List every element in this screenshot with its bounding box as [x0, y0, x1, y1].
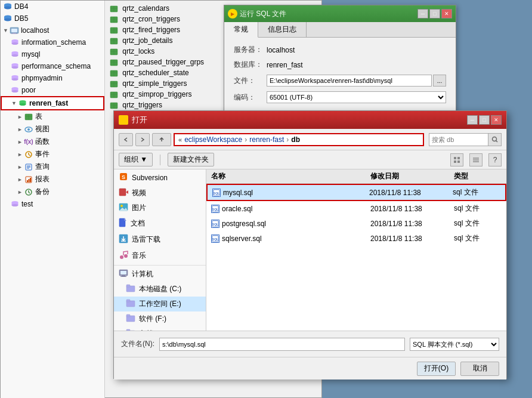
nav-back-btn[interactable] [119, 133, 133, 146]
left-panel-drive-f[interactable]: 软件 (F:) [114, 311, 206, 326]
sql-dialog-title: 运行 SQL 文件 [240, 9, 286, 19]
tree-item-phpmyadmin[interactable]: phpmyadmin [1, 72, 104, 84]
left-panel-images[interactable]: 图片 [114, 200, 206, 215]
breadcrumb-db[interactable]: db [291, 135, 300, 144]
header-date[interactable]: 修改日期 [370, 171, 454, 181]
left-panel-docs[interactable]: 文档 [114, 215, 206, 232]
view-btn-details[interactable] [469, 153, 482, 166]
sql-browse-btn[interactable]: ... [433, 75, 446, 87]
sql-tab-log[interactable]: 信息日志 [258, 22, 307, 37]
view-btn-list[interactable] [450, 153, 463, 166]
sql-dialog-minimize[interactable]: ─ [417, 9, 428, 18]
sql-tab-general[interactable]: 常规 [224, 22, 258, 38]
tree-item-db4[interactable]: DB4 [1, 1, 104, 13]
views-label: 视图 [35, 124, 50, 134]
open-dialog-close[interactable]: ✕ [491, 115, 502, 125]
breadcrumb-project[interactable]: renren-fast [249, 135, 284, 144]
help-btn[interactable]: ? [488, 153, 502, 166]
tree-item-mysql[interactable]: mysql [1, 48, 104, 60]
sql-db-value: renren_fast [267, 61, 446, 69]
tree-item-test[interactable]: test [1, 198, 104, 210]
left-panel-drive-g[interactable]: 文档 (G:) [114, 326, 206, 331]
svg-rect-9 [11, 33, 17, 34]
open-dialog-minimize[interactable]: ─ [467, 115, 478, 125]
tree-item-localhost[interactable]: ▼ localhost [1, 24, 104, 36]
tree-item-reports[interactable]: ► 报表 [1, 173, 104, 186]
sql-dialog-close[interactable]: ✕ [441, 9, 452, 18]
left-panel-downloads[interactable]: 迅雷下载 [114, 232, 206, 248]
tree-item-tables[interactable]: ► 表 [1, 110, 104, 123]
open-dialog-body: S Subversion 视频 [114, 169, 506, 331]
nav-forward-btn[interactable] [135, 133, 150, 146]
open-dialog-maximize[interactable]: □ [479, 115, 490, 125]
mysql-label: mysql [21, 50, 40, 58]
open-dialog-app-icon [119, 115, 128, 125]
file-item-sqlserver[interactable]: SQL sqlserver.sql 2018/11/8 11:38 sql 文件 [206, 231, 506, 246]
sql-file-input[interactable] [267, 75, 432, 87]
left-panel-videos[interactable]: 视频 [114, 186, 206, 200]
left-panel-music[interactable]: 音乐 [114, 248, 206, 264]
db-tree: DB4 DB5 ▼ [1, 1, 105, 398]
tree-item-db5[interactable]: DB5 [1, 13, 104, 24]
tree-item-events[interactable]: ► 事件 [1, 148, 104, 161]
filename-input[interactable] [159, 338, 405, 351]
phpmyadmin-icon [10, 73, 20, 83]
cancel-btn[interactable]: 取消 [460, 362, 499, 376]
svg-point-27 [19, 103, 26, 106]
tree-item-poor[interactable]: poor [1, 84, 104, 96]
left-panel-computer[interactable]: 计算机 [114, 267, 206, 282]
search-input[interactable] [429, 133, 488, 146]
subversion-label: Subversion [132, 174, 168, 182]
docs-label: 文档 [131, 218, 145, 229]
right-file-panel: 名称 修改日期 类型 SQL mysql.sql 2018/11/8 11:38 [206, 169, 506, 331]
renren-fast-icon [18, 98, 27, 108]
tree-item-backups[interactable]: ► 备份 [1, 186, 104, 198]
table-icon-9 [110, 101, 120, 109]
drive-c-label: 本地磁盘 (C:) [139, 284, 181, 294]
sql-dialog-maximize[interactable]: □ [429, 9, 440, 18]
breadcrumb-workspace[interactable]: eclipseWorkspace [184, 135, 242, 144]
tree-item-queries[interactable]: ► 查询 [1, 161, 104, 173]
tree-item-functions[interactable]: ► f(x) 函数 [1, 135, 104, 148]
svg-point-15 [12, 54, 18, 57]
file-item-mysql[interactable]: SQL mysql.sql 2018/11/8 11:38 sql 文件 [206, 184, 506, 201]
search-button[interactable] [488, 133, 502, 146]
mysql-type: sql 文件 [453, 187, 500, 198]
functions-icon: f(x) [24, 137, 33, 147]
open-btn[interactable]: 打开(O) [417, 362, 456, 376]
sql-dialog-app-icon: ▶ [228, 9, 237, 18]
tree-item-views[interactable]: ► 视图 [1, 123, 104, 135]
func-arrow: ► [17, 139, 23, 145]
breadcrumb-bar[interactable]: « eclipseWorkspace › renren-fast › db [174, 133, 424, 146]
left-panel-subversion[interactable]: S Subversion [114, 169, 206, 186]
sqlserver-filename: sqlserver.sql [222, 235, 262, 243]
organize-btn[interactable]: 组织 ▼ [119, 153, 153, 166]
new-folder-btn[interactable]: 新建文件夹 [168, 153, 214, 166]
file-item-postgresql[interactable]: SQL postgresql.sql 2018/11/8 11:38 sql 文… [206, 216, 506, 231]
tree-item-renren-fast[interactable]: ▼ renren_fast [1, 96, 104, 110]
svg-text:SQL: SQL [212, 222, 219, 226]
backups-icon [24, 187, 33, 197]
tree-item-perf-schema[interactable]: performance_schema [1, 60, 104, 72]
oracle-type: sql 文件 [454, 203, 502, 214]
subversion-icon: S [119, 172, 128, 183]
svg-line-35 [29, 155, 30, 156]
reports-icon [24, 175, 33, 184]
file-item-oracle[interactable]: SQL oracle.sql 2018/11/8 11:38 sql 文件 [206, 201, 506, 216]
sql-encoding-select[interactable]: 65001 (UTF-8) [267, 91, 446, 103]
header-type[interactable]: 类型 [454, 171, 502, 181]
open-dialog-footer: 打开(O) 取消 [114, 357, 506, 380]
svg-rect-84 [454, 161, 456, 163]
filetype-select[interactable]: SQL 脚本文件 (*.sql) [410, 338, 499, 351]
left-panel-drive-c[interactable]: 本地磁盘 (C:) [114, 282, 206, 297]
svg-rect-7 [11, 29, 17, 32]
sql-server-value: localhost [267, 46, 446, 54]
nav-up-btn[interactable] [152, 133, 171, 146]
left-panel-drive-e[interactable]: 工作空间 (E:) [114, 297, 206, 311]
tree-item-info-schema[interactable]: information_schema [1, 36, 104, 48]
events-label: 事件 [35, 149, 50, 159]
filename-label: 文件名(N): [121, 339, 154, 349]
svg-rect-42 [28, 179, 29, 182]
backups-arrow: ► [17, 189, 23, 195]
header-name[interactable]: 名称 [211, 171, 370, 181]
